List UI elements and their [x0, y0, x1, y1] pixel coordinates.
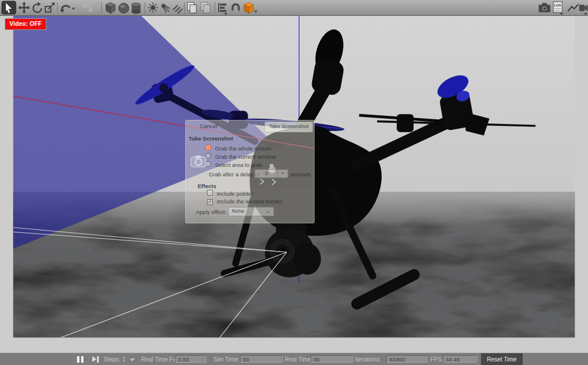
sim-time-label: Sim Time:: [213, 356, 239, 363]
insert-box-icon[interactable]: [106, 2, 115, 14]
apply-effect-label: Apply effect:: [196, 209, 226, 215]
gazebo-window: LOG: [0, 0, 588, 365]
real-time-label: Real Time:: [285, 356, 313, 363]
pause-button[interactable]: [77, 356, 84, 363]
align-tool-icon[interactable]: [219, 3, 228, 15]
step-icon-bar: [97, 356, 99, 363]
plot-icon[interactable]: [568, 4, 579, 11]
snap-magnet-icon[interactable]: [232, 4, 240, 12]
rotate-tool-icon[interactable]: [34, 2, 42, 12]
insert-cylinder-icon[interactable]: [132, 3, 141, 14]
steps-value[interactable]: 1: [122, 356, 126, 363]
video-status-badge: Video: OFF: [5, 18, 46, 30]
delay-label: Grab after a delay of: [209, 171, 260, 178]
radio-select-area[interactable]: Select area to grab: [205, 161, 262, 168]
effects-title: Effects: [198, 183, 216, 189]
toolbar: LOG: [0, 0, 588, 16]
dialog-camera-icon: [191, 154, 207, 168]
apply-effect-dropdown[interactable]: None ⌄: [228, 207, 274, 216]
delay-spinbox[interactable]: 0: [255, 169, 278, 178]
radio-current-window[interactable]: Grab the current window: [205, 153, 276, 160]
step-icon: [92, 356, 96, 362]
delay-plus-button[interactable]: +: [278, 169, 288, 178]
insert-sphere-icon[interactable]: [119, 4, 129, 14]
view-angle-icon[interactable]: [244, 2, 253, 14]
iterations-label: Iterations:: [355, 356, 381, 363]
directional-light-icon[interactable]: [173, 5, 182, 14]
log-recorder-icon[interactable]: LOG: [553, 2, 563, 15]
record-video-icon[interactable]: [579, 5, 588, 15]
checkbox[interactable]: [207, 190, 213, 196]
delay-suffix: seconds: [290, 171, 310, 178]
copy-icon[interactable]: [188, 2, 196, 13]
render-viewport[interactable]: Video: OFF Cancel Take Screenshot Take S…: [0, 16, 588, 353]
radio-dot-selected[interactable]: [205, 145, 211, 150]
undo-dropdown-caret[interactable]: [72, 8, 75, 10]
dropdown-caret-icon: ⌄: [266, 207, 270, 215]
redo-icon: [83, 6, 93, 13]
svg-text:LOG: LOG: [554, 4, 562, 7]
toolbar-icons: LOG: [0, 0, 588, 15]
spot-light-icon[interactable]: [162, 4, 171, 13]
fps-value: 34.46: [443, 355, 477, 363]
paste-icon: [201, 2, 210, 13]
checkbox-checked[interactable]: ✓: [207, 199, 213, 205]
steps-dropdown-caret[interactable]: [130, 359, 135, 361]
redo-dropdown-caret: [94, 8, 98, 10]
fps-label: FPS:: [430, 356, 443, 363]
reset-time-button[interactable]: Reset Time: [481, 353, 523, 365]
sim-time-value: 00 00:05:33.840: [240, 355, 283, 363]
point-light-icon[interactable]: [148, 3, 158, 13]
translate-tool-icon[interactable]: [18, 2, 30, 14]
radio-whole-screen[interactable]: Grab the whole screen: [205, 145, 271, 152]
dialog-section-title: Take Screenshot: [189, 135, 233, 142]
screenshot-dialog: Cancel Take Screenshot Take Screenshot G…: [185, 120, 315, 223]
take-screenshot-button[interactable]: Take Screenshot: [265, 122, 313, 132]
real-time-value: 00 00:06:29.492: [310, 355, 353, 363]
steps-label: Steps:: [103, 356, 120, 363]
screenshot-camera-icon[interactable]: [539, 3, 550, 12]
scale-tool-icon[interactable]: [45, 3, 55, 12]
checkbox-include-border[interactable]: ✓ Include the window border: [207, 198, 282, 205]
checkbox-include-pointer[interactable]: Include pointer: [207, 190, 253, 197]
view-angle-caret[interactable]: [254, 11, 258, 13]
undo-icon[interactable]: [60, 6, 70, 13]
select-tool-icon[interactable]: [2, 1, 16, 14]
simulation-statusbar: Steps: 1 Real Time Factor: 0.83 Sim Time…: [0, 353, 588, 365]
cancel-button[interactable]: Cancel: [200, 123, 218, 129]
iterations-value: 83460: [386, 355, 427, 363]
step-button[interactable]: [92, 356, 99, 363]
rtf-value: 0.83: [175, 355, 206, 363]
